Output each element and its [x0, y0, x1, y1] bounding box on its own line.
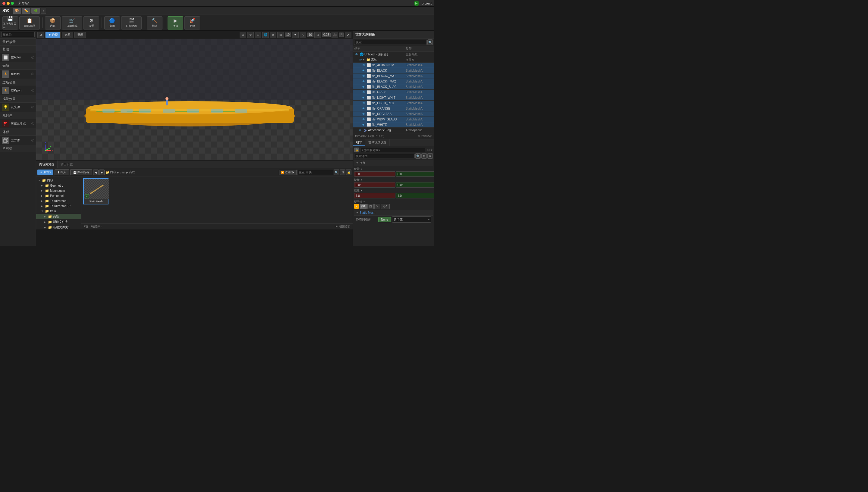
- content-browser-tab[interactable]: 内容浏览器: [36, 161, 57, 168]
- position-y-input[interactable]: [396, 171, 434, 177]
- launch-button[interactable]: 🚀 启动: [184, 16, 200, 29]
- rotation-x-input[interactable]: [354, 182, 395, 188]
- actor-empty-actor[interactable]: ⬜ 空Actor ⓘ: [0, 53, 36, 62]
- lighting-btn[interactable]: 光照: [62, 32, 73, 38]
- outliner-aluminium[interactable]: 👁 ⬜ file_ALUMINIUM StaticMeshA: [353, 63, 434, 68]
- mode-expand-btn[interactable]: »: [41, 8, 46, 14]
- outliner-search-btn[interactable]: 🔍: [427, 40, 433, 45]
- actor-character[interactable]: 🧍 角色色 ⓘ: [0, 70, 36, 79]
- tree-item-thirdperson[interactable]: ▶ 📁 ThirdPerson: [36, 198, 81, 203]
- lock-content-btn[interactable]: 🔒: [346, 170, 351, 175]
- asset-search-input[interactable]: [297, 170, 333, 175]
- vis-eye-light-whit[interactable]: 👁: [361, 95, 366, 100]
- vis-eye-world[interactable]: 👁: [354, 52, 359, 57]
- grid-dropdown-btn[interactable]: ▾: [292, 32, 299, 38]
- close-button[interactable]: [2, 2, 5, 5]
- filter-button[interactable]: 🔽 过滤器▾: [279, 170, 297, 175]
- mode-icon-3[interactable]: 🌿: [31, 8, 40, 14]
- settings-button[interactable]: ⚙ 设置: [84, 16, 99, 29]
- import-button[interactable]: ⬆ 导入: [54, 169, 69, 175]
- mode-icon-2[interactable]: ✏️: [22, 8, 30, 14]
- new-add-button[interactable]: ＋ 新增▾: [38, 170, 53, 175]
- category-light[interactable]: 光源: [0, 62, 36, 70]
- details-search-btn[interactable]: 🔍: [415, 153, 421, 159]
- mode-icon-1[interactable]: 🎨: [13, 8, 21, 14]
- actor-cube[interactable]: 立方体 ⓘ: [0, 136, 36, 145]
- category-all[interactable]: 所有类: [0, 145, 36, 152]
- static-mesh-multi-dropdown[interactable]: 多个值 ▾: [392, 217, 431, 222]
- category-geometry[interactable]: 几何体: [0, 112, 36, 119]
- world-icon-btn[interactable]: 🌐: [262, 32, 269, 38]
- scale-x-input[interactable]: [354, 193, 395, 198]
- details-search-input[interactable]: [354, 154, 415, 158]
- transform-icon-btn[interactable]: ⊕: [240, 32, 246, 38]
- build-button[interactable]: 🔨 构建: [147, 16, 162, 29]
- category-cinematics[interactable]: 过场动画: [0, 79, 36, 86]
- show-btn[interactable]: 显示: [74, 32, 86, 38]
- save-current-level-button[interactable]: 💾 保存当前关卡: [2, 16, 18, 29]
- tree-item-train[interactable]: ▼ 📁 train: [36, 209, 81, 214]
- vis-eye-black-ma2[interactable]: 👁: [361, 79, 366, 84]
- outliner-grey[interactable]: 👁 ⬜ file_GREY StaticMeshA: [353, 90, 434, 95]
- outliner-world[interactable]: 👁 🌐 Untitled（编辑器） 世界场景: [353, 52, 434, 57]
- outliner-wdw-glass[interactable]: 👁 ⬜ file_WDW_GLASS StaticMeshA: [353, 117, 434, 122]
- marketplace-button[interactable]: 🛒 虚幻商城: [62, 16, 82, 29]
- tree-item-gaotie[interactable]: ▶ 📁 高铁: [36, 214, 81, 219]
- vis-eye-aluminium[interactable]: 👁: [361, 63, 366, 68]
- vis-eye-black-blac[interactable]: 👁: [361, 84, 366, 90]
- category-recent[interactable]: 最近放置: [0, 39, 36, 46]
- viewport-canvas[interactable]: Z X Y: [36, 39, 353, 160]
- outliner-light-whit[interactable]: 👁 ⬜ file_LIGHT_WHIT StaticMeshA: [353, 95, 434, 101]
- mobility-stationary-btn[interactable]: 固: [368, 204, 374, 209]
- category-volume[interactable]: 体积: [0, 128, 36, 136]
- tree-item-personnel[interactable]: ▶ 📁 Personnel: [36, 193, 81, 198]
- viewport-settings-btn[interactable]: ⚙: [38, 32, 44, 38]
- details-grid-btn[interactable]: ⊞: [421, 153, 427, 159]
- vis-eye-gaotie[interactable]: 👁: [358, 57, 362, 62]
- scale-icon-btn[interactable]: ⊞: [255, 32, 261, 38]
- details-eye-btn[interactable]: 👁: [427, 153, 433, 159]
- category-basic[interactable]: 基础: [0, 46, 36, 53]
- actor-point-light[interactable]: 💡 点光源 ⓘ: [0, 103, 36, 112]
- outliner-black[interactable]: 👁 ⬜ file_BLACK StaticMeshA: [353, 68, 434, 73]
- outliner-black-ma1[interactable]: 👁 ⬜ file_BLACK-_MA1 StaticMeshA: [353, 73, 434, 79]
- maximize-viewport-btn[interactable]: ⤢: [345, 32, 351, 38]
- tree-item-geometry[interactable]: ▶ 📁 Geometry: [36, 183, 81, 188]
- details-tab-detail[interactable]: 细节: [353, 140, 365, 146]
- vis-eye-ligth-red[interactable]: 👁: [361, 101, 366, 106]
- static-mesh-header[interactable]: ▼ Static Mesh: [354, 210, 433, 216]
- minimize-button[interactable]: [7, 2, 10, 5]
- view-options-btn[interactable]: ⚙: [340, 170, 345, 175]
- details-tab-world-settings[interactable]: 世界场景设置: [365, 140, 390, 146]
- camera-speed-btn[interactable]: 🎥: [331, 32, 338, 38]
- tree-item-new-folder1[interactable]: ▶ 📁 新建文件夹1: [36, 225, 81, 229]
- transform-section[interactable]: ▼ 变换: [354, 160, 433, 166]
- mobility-extra-btn[interactable]: 可⟳: [381, 204, 390, 209]
- surface-icon-btn[interactable]: ◈: [270, 32, 276, 38]
- actor-search-input[interactable]: [1, 32, 35, 37]
- tree-item-mannequin[interactable]: ▶ 📁 Mannequin: [36, 188, 81, 193]
- cinematics-button[interactable]: 🎬 过场动画: [121, 16, 142, 29]
- rotation-y-input[interactable]: [396, 182, 434, 188]
- tree-item-thirdpersonbp[interactable]: ▶ 📁 ThirdPersonBP: [36, 203, 81, 209]
- vis-eye-black[interactable]: 👁: [361, 68, 366, 73]
- content-button[interactable]: 📦 内容: [45, 16, 61, 29]
- outliner-orange[interactable]: 👁 ⬜ file_ORANGE StaticMeshA: [353, 106, 434, 112]
- position-x-input[interactable]: [354, 171, 395, 177]
- vis-eye-grey[interactable]: 👁: [361, 90, 366, 95]
- perspective-btn[interactable]: 👁 透视: [45, 32, 61, 38]
- save-all-button[interactable]: 💾 保存所有: [70, 169, 92, 175]
- outliner-ligth-red[interactable]: 👁 ⬜ file_LIGTH_RED StaticMeshA: [353, 101, 434, 106]
- outliner-black-ma2[interactable]: 👁 ⬜ file_BLACK-_MA2 StaticMeshA: [353, 79, 434, 84]
- mobility-movable-btn[interactable]: ↻: [374, 204, 380, 209]
- vis-eye-wdw-glass[interactable]: 👁: [361, 117, 366, 122]
- vis-eye-fog[interactable]: 👁: [358, 128, 362, 133]
- vis-eye-white[interactable]: 👁: [361, 123, 366, 127]
- back-button[interactable]: ◀: [93, 170, 98, 175]
- tree-item-content[interactable]: ▼ 📁 内容: [36, 178, 81, 183]
- outliner-rrglass[interactable]: 👁 ⬜ file_RRGLASS StaticMeshA: [353, 112, 434, 117]
- outliner-search-input[interactable]: [354, 40, 427, 45]
- static-mesh-none-btn[interactable]: None: [378, 217, 391, 222]
- view-options-btn[interactable]: 👁 视图选项: [418, 134, 432, 138]
- outliner-atmospheric-fog[interactable]: 👁 🌫 Atmospheric Fog Atmospheric: [353, 128, 434, 133]
